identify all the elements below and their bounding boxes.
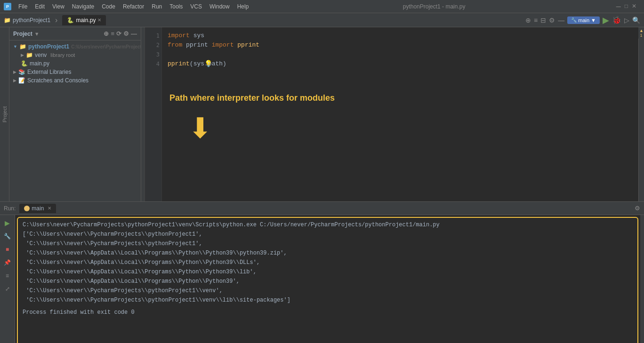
terminal-scrollbar[interactable] (640, 215, 644, 343)
mainpy-icon: 🐍 (21, 60, 28, 67)
menu-code[interactable]: Code (98, 2, 119, 11)
terminal-inner: C:\Users\never\PycharmProjects\pythonPro… (21, 219, 635, 319)
output-line-0: ['C:\\Users\\never\\PycharmProjects\\pyt… (23, 230, 633, 239)
menu-refactor[interactable]: Refactor (120, 2, 147, 11)
play-button[interactable]: ▶ (603, 15, 609, 25)
expand-icon[interactable]: ⤢ (2, 284, 13, 294)
run-play-icon[interactable]: ▶ (2, 218, 13, 228)
process-done-line: Process finished with exit code 0 (23, 308, 633, 317)
line-numbers: 1 2 3 4 (145, 27, 162, 201)
menu-file[interactable]: File (15, 2, 31, 11)
tree-arrow-root: ▼ (13, 44, 17, 49)
menu-tools[interactable]: Tools (166, 2, 186, 11)
sidebar-content: ▼ 📁 pythonProject1 C:\Users\never\Pychar… (9, 40, 141, 201)
line-num-1: 1 (147, 31, 160, 40)
gear-icon[interactable]: ⚙ (123, 30, 129, 37)
file-icon: 🐍 (67, 17, 74, 24)
run-label: Run: (4, 205, 16, 212)
output-line-3: 'C:\\Users\\never\\AppData\\Local\\Progr… (23, 258, 633, 267)
output-line-7: 'C:\\Users\\never\\PycharmProjects\\pyth… (23, 296, 633, 304)
project-label-text: Project (1, 104, 8, 124)
add-icon[interactable]: ⊕ (525, 16, 531, 24)
venv-icon: 📁 (26, 52, 33, 58)
wrench-icon[interactable]: 🔧 (2, 231, 13, 241)
terminal-content: C:\Users\never\PycharmProjects\pythonPro… (15, 215, 640, 343)
scratches-icon: 📝 (18, 77, 25, 84)
editor-gutter (141, 27, 145, 201)
sidebar-header-icons: ⊕ ≡ ⟳ ⚙ — (104, 30, 137, 37)
main-layout: Project Project ▼ ⊕ ≡ ⟳ ⚙ — ▼ 📁 pythonPr… (0, 27, 644, 201)
tree-arrow-ext: ▶ (13, 70, 16, 74)
filter-icon[interactable]: ≡ (2, 271, 13, 281)
toolbar-right: ⊕ ≡ ⊟ ⚙ — 🔧 main ▼ ▶ 🐞 ▷ 🔍 (525, 15, 640, 25)
layout-icon[interactable]: ≡ (534, 16, 538, 24)
tree-item-mainpy[interactable]: 🐍 main.py (9, 59, 141, 68)
code-area[interactable]: import sys from pprint import pprint 💡 p… (162, 27, 638, 201)
run-tab-close[interactable]: ✕ (48, 206, 51, 211)
output-line-4: 'C:\\Users\\never\\AppData\\Local\\Progr… (23, 268, 633, 276)
run-config-icon: 🔧 (571, 17, 577, 23)
collapse-icon[interactable]: ≡ (111, 30, 114, 37)
output-line-5: 'C:\\Users\\never\\AppData\\Local\\Progr… (23, 277, 633, 286)
root-label: pythonProject1 (28, 43, 69, 50)
code-line-2: from pprint import pprint (168, 40, 633, 50)
tree-arrow-venv: ▶ (21, 53, 24, 57)
project-name: 📁 pythonProject1 (4, 17, 50, 24)
tree-item-root[interactable]: ▼ 📁 pythonProject1 C:\Users\never\Pychar… (9, 42, 141, 51)
search-button[interactable]: 🔍 (632, 16, 640, 24)
bottom-panel-header: Run: main ✕ ⚙ (0, 202, 644, 215)
editor-content: 1 2 3 4 import sys from pprint import pp… (141, 27, 644, 201)
stop-icon[interactable]: ■ (2, 244, 13, 255)
menu-run[interactable]: Run (148, 2, 165, 11)
close-sidebar-icon[interactable]: — (131, 30, 137, 37)
minimize-panel-icon[interactable]: — (558, 16, 564, 24)
title-bar: P File Edit View Navigate Code Refactor … (0, 0, 644, 13)
ext-lib-label: External Libraries (27, 69, 71, 75)
panel-settings-icon[interactable]: ⚙ (635, 205, 640, 212)
tab-close-icon[interactable]: ✕ (97, 17, 101, 23)
menu-vcs[interactable]: VCS (187, 2, 205, 11)
minimize-button[interactable]: ─ (616, 3, 621, 10)
dropdown-icon: ▼ (591, 17, 596, 23)
menu-help[interactable]: Help (234, 2, 252, 11)
sync-icon[interactable]: ⟳ (116, 30, 121, 37)
warning-indicator: ▲ 1 (638, 27, 644, 39)
menu-window[interactable]: Window (206, 2, 233, 11)
menu-view[interactable]: View (49, 2, 68, 11)
menu-navigate[interactable]: Navigate (69, 2, 97, 11)
settings-icon[interactable]: ⚙ (549, 16, 555, 24)
line-num-2: 2 (147, 40, 160, 50)
code-line-1: import sys (168, 31, 633, 40)
run-tab-icon (24, 206, 30, 211)
split-icon[interactable]: ⊟ (540, 16, 546, 24)
root-path: C:\Users\never\PycharmProjects\pytho (71, 44, 141, 49)
scratches-label: Scratches and Consoles (27, 77, 89, 84)
close-button[interactable]: ✕ (632, 3, 636, 10)
editor-area: 1 2 3 4 import sys from pprint import pp… (141, 27, 644, 201)
bottom-side-icons: ▶ 🔧 ■ 📌 ≡ ⤢ (0, 215, 15, 343)
tree-item-ext-libs[interactable]: ▶ 📚 External Libraries (9, 68, 141, 76)
run-config-btn[interactable]: 🔧 main ▼ (567, 16, 600, 24)
app-icon: P (4, 3, 11, 10)
coverage-button[interactable]: ▷ (624, 16, 629, 24)
main-py-tab[interactable]: 🐍 main.py ✕ (62, 15, 106, 25)
pin-icon[interactable]: 📌 (2, 257, 13, 268)
add-module-icon[interactable]: ⊕ (104, 30, 109, 37)
run-tab[interactable]: main ✕ (19, 204, 56, 213)
output-line-6: 'C:\\Users\\never\\PycharmProjects\\pyth… (23, 287, 633, 295)
annotation-arrow: ⬇ (188, 114, 212, 143)
sidebar-title: Project (13, 31, 32, 37)
editor-scrollbar[interactable]: ▲ 1 (638, 27, 644, 201)
run-tab-label: main (32, 205, 44, 212)
tree-arrow-scratches: ▶ (13, 78, 16, 83)
annotation-text: Path where interpreter looks for modules (169, 93, 335, 103)
code-line-3: 💡 (168, 50, 633, 59)
output-line-1: 'C:\\Users\\never\\PycharmProjects\\pyth… (23, 239, 633, 248)
menu-edit[interactable]: Edit (32, 2, 48, 11)
tree-item-scratches[interactable]: ▶ 📝 Scratches and Consoles (9, 76, 141, 85)
maximize-button[interactable]: □ (625, 3, 628, 10)
debug-button[interactable]: 🐞 (612, 16, 621, 24)
project-icon: 📁 (4, 17, 11, 24)
sidebar: Project ▼ ⊕ ≡ ⟳ ⚙ — ▼ 📁 pythonProject1 C… (9, 27, 141, 201)
tree-item-venv[interactable]: ▶ 📁 venv library root (9, 51, 141, 59)
